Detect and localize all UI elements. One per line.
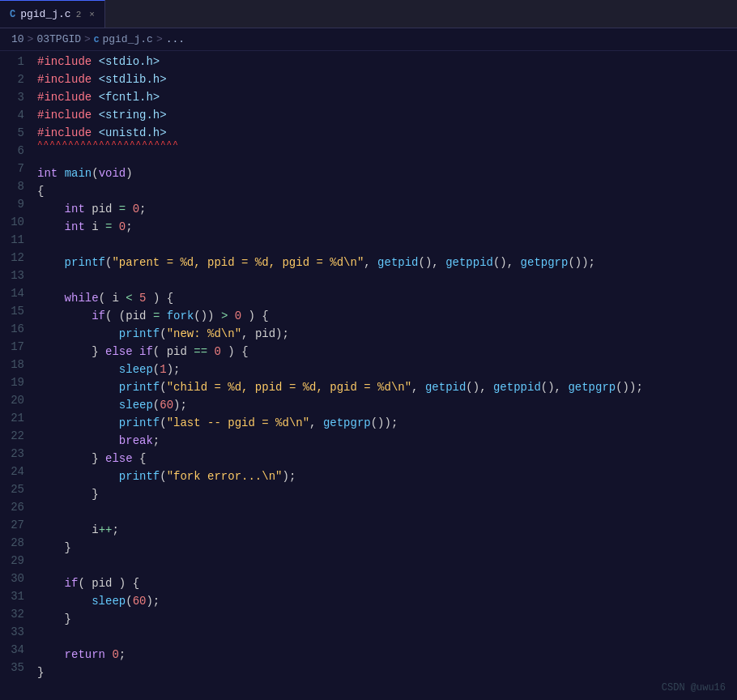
- editor-area: 12345 678910 1112131415 1617181920 21222…: [0, 51, 737, 700]
- code-line-34: return 0;: [34, 646, 737, 664]
- code-line-31: sleep(60);: [34, 592, 737, 610]
- code-line-26: [34, 503, 737, 521]
- code-line-8: {: [34, 182, 737, 200]
- code-line-19: printf("child = %d, ppid = %d, pgid = %d…: [34, 378, 737, 396]
- code-line-15: if( (pid = fork()) > 0 ) {: [34, 307, 737, 325]
- code-line-28: }: [34, 539, 737, 557]
- tab-filename: pgid_j.c: [20, 8, 70, 20]
- code-line-21: printf("last -- pgid = %d\n", getpgrp())…: [34, 414, 737, 432]
- code-line-7: int main(void): [34, 164, 737, 182]
- code-line-22: break;: [34, 432, 737, 450]
- breadcrumb-tpgid: 03TPGID: [36, 33, 81, 45]
- line-numbers: 12345 678910 1112131415 1617181920 21222…: [0, 51, 34, 700]
- code-line-23: } else {: [34, 450, 737, 467]
- code-line-13: [34, 271, 737, 289]
- tab-close-button[interactable]: ×: [89, 10, 95, 19]
- code-line-11: [34, 236, 737, 254]
- breadcrumb-file: pgid_j.c: [102, 33, 152, 45]
- code-line-30: if( pid ) {: [34, 574, 737, 592]
- code-line-12: printf("parent = %d, ppid = %d, pgid = %…: [34, 254, 737, 271]
- watermark: CSDN @uwu16: [662, 682, 726, 694]
- code-line-6: [34, 147, 737, 164]
- code-line-3: #include <fcntl.h>: [34, 88, 737, 106]
- code-area[interactable]: #include <stdio.h> #include <stdlib.h> #…: [34, 51, 737, 700]
- code-line-20: sleep(60);: [34, 396, 737, 414]
- breadcrumb-10: 10: [11, 33, 24, 45]
- code-line-4: #include <string.h>: [34, 106, 737, 124]
- code-line-24: printf("fork error...\n");: [34, 467, 737, 485]
- code-line-27: i++;: [34, 521, 737, 539]
- breadcrumb-dots: ...: [166, 33, 185, 45]
- code-line-29: [34, 557, 737, 574]
- tab-bar: C pgid_j.c 2 ×: [0, 0, 737, 28]
- breadcrumb: 10 > 03TPGID > C pgid_j.c > ...: [0, 28, 737, 51]
- code-line-32: }: [34, 610, 737, 628]
- code-line-16: printf("new: %d\n", pid);: [34, 325, 737, 343]
- tab-c-icon: C: [10, 9, 15, 20]
- tab-badge: 2: [76, 10, 82, 19]
- code-line-2: #include <stdlib.h>: [34, 70, 737, 88]
- code-line-9: int pid = 0;: [34, 200, 737, 218]
- code-line-18: sleep(1);: [34, 361, 737, 378]
- code-line-17: } else if( pid == 0 ) {: [34, 343, 737, 361]
- tab-pgid[interactable]: C pgid_j.c 2 ×: [0, 0, 105, 28]
- code-line-1: #include <stdio.h>: [34, 53, 737, 70]
- code-line-14: while( i < 5 ) {: [34, 289, 737, 307]
- code-line-33: [34, 628, 737, 646]
- code-line-35: }: [34, 664, 737, 681]
- code-line-25: }: [34, 485, 737, 503]
- code-line-10: int i = 0;: [34, 218, 737, 236]
